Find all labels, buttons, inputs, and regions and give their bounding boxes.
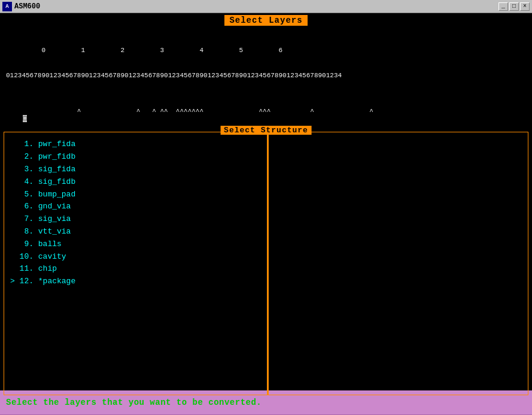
select-layers-label: Select Layers bbox=[224, 15, 307, 26]
structure-item[interactable]: 11. chip bbox=[10, 263, 261, 275]
structure-item[interactable]: 10. cavity bbox=[10, 251, 261, 263]
window-controls: _ □ × bbox=[498, 2, 530, 11]
structure-item[interactable]: 6. gnd_via bbox=[10, 201, 261, 213]
title-bar: A ASM600 _ □ × bbox=[0, 0, 532, 13]
status-text: Select the layers that you want to be co… bbox=[6, 398, 262, 407]
structure-item[interactable]: 5. bump_pad bbox=[10, 189, 261, 201]
select-structure-panel: Select Structure 1. pwr_fida 2. pwr_fidb… bbox=[4, 132, 528, 395]
app-icon: A bbox=[2, 2, 12, 11]
select-structure-label: Select Structure bbox=[220, 126, 312, 135]
close-button[interactable]: × bbox=[520, 2, 530, 11]
structure-list: 1. pwr_fida 2. pwr_fidb 3. sig_fida 4. s… bbox=[10, 138, 261, 288]
ruler-line2: 0123456789012345678901234567890123456789… bbox=[6, 71, 528, 80]
ruler-area: 0 1 2 3 4 5 6 01234567890123456789012345… bbox=[4, 29, 528, 97]
structure-item[interactable]: 3. sig_fida bbox=[10, 163, 261, 176]
select-layers-heading: Select Layers bbox=[4, 16, 528, 25]
structure-item[interactable]: 4. sig_fidb bbox=[10, 176, 261, 189]
cursor-row: ^ ^ ^ ^^ ^^^^^^^ ^^^ ^ ^ □ bbox=[4, 101, 528, 129]
right-panel bbox=[269, 132, 528, 395]
minimize-button[interactable]: _ bbox=[498, 2, 508, 11]
cursor-indicator: ^ ^ ^ ^^ ^^^^^^^ ^^^ ^ ^ bbox=[22, 108, 373, 115]
left-panel: 1. pwr_fida 2. pwr_fidb 3. sig_fida 4. s… bbox=[4, 132, 267, 395]
panel-inner: 1. pwr_fida 2. pwr_fidb 3. sig_fida 4. s… bbox=[4, 132, 528, 395]
structure-item[interactable]: 1. pwr_fida bbox=[10, 138, 261, 151]
structure-item[interactable]: 8. vtt_via bbox=[10, 226, 261, 238]
cursor-box: □ bbox=[23, 115, 27, 122]
maximize-button[interactable]: □ bbox=[509, 2, 519, 11]
structure-item[interactable]: 7. sig_via bbox=[10, 213, 261, 226]
title-bar-title: ASM600 bbox=[14, 2, 496, 11]
select-structure-heading: Select Structure bbox=[220, 126, 312, 135]
structure-item[interactable]: > 12. *package bbox=[10, 275, 261, 288]
structure-item[interactable]: 2. pwr_fidb bbox=[10, 151, 261, 163]
main-area: Select Layers 0 1 2 3 4 5 6 012345678901… bbox=[0, 13, 532, 390]
ruler-line1: 0 1 2 3 4 5 6 bbox=[6, 46, 528, 54]
structure-item[interactable]: 9. balls bbox=[10, 238, 261, 251]
